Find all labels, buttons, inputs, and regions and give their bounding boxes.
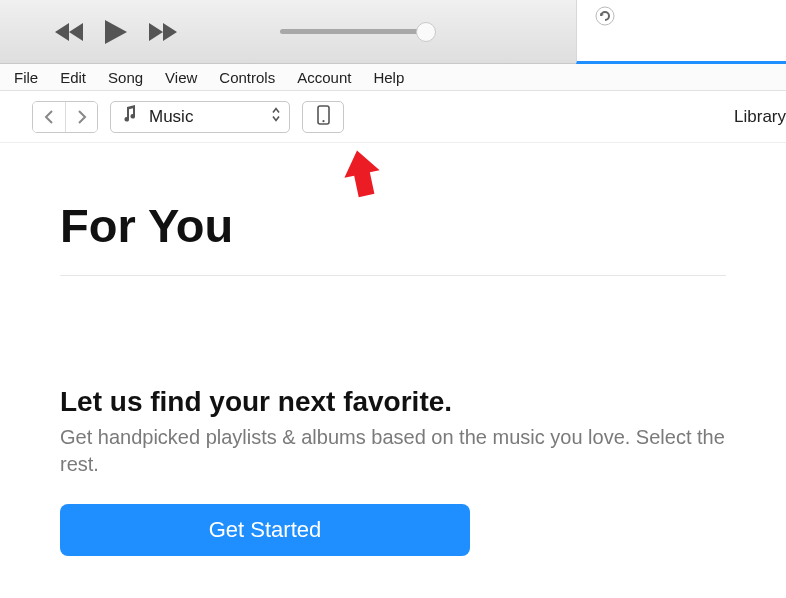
playback-controls bbox=[55, 18, 177, 46]
chevron-updown-icon bbox=[271, 106, 281, 127]
promo-body: Get handpicked playlists & albums based … bbox=[60, 424, 726, 478]
forward-button[interactable] bbox=[65, 102, 97, 132]
sync-icon[interactable] bbox=[595, 6, 615, 30]
back-button[interactable] bbox=[33, 102, 65, 132]
menu-help[interactable]: Help bbox=[373, 69, 404, 86]
svg-point-2 bbox=[322, 120, 324, 122]
promo-heading: Let us find your next favorite. bbox=[60, 386, 726, 418]
toolbar: Music Library bbox=[0, 91, 786, 143]
volume-slider[interactable] bbox=[280, 22, 440, 42]
music-note-icon bbox=[121, 105, 137, 128]
device-button[interactable] bbox=[302, 101, 344, 133]
menu-account[interactable]: Account bbox=[297, 69, 351, 86]
get-started-button[interactable]: Get Started bbox=[60, 504, 470, 556]
promo-block: Let us find your next favorite. Get hand… bbox=[60, 386, 726, 556]
slider-track bbox=[280, 29, 420, 34]
menu-file[interactable]: File bbox=[14, 69, 38, 86]
sync-panel bbox=[576, 0, 786, 64]
player-bar bbox=[0, 0, 786, 64]
media-selector[interactable]: Music bbox=[110, 101, 290, 133]
media-selector-label: Music bbox=[149, 107, 193, 127]
next-icon[interactable] bbox=[147, 21, 177, 43]
previous-icon[interactable] bbox=[55, 21, 85, 43]
menu-controls[interactable]: Controls bbox=[219, 69, 275, 86]
nav-buttons bbox=[32, 101, 98, 133]
page-title: For You bbox=[60, 198, 726, 276]
phone-icon bbox=[317, 105, 330, 129]
menu-view[interactable]: View bbox=[165, 69, 197, 86]
slider-thumb[interactable] bbox=[416, 22, 436, 42]
play-icon[interactable] bbox=[103, 18, 129, 46]
library-tab[interactable]: Library bbox=[734, 107, 786, 127]
menu-song[interactable]: Song bbox=[108, 69, 143, 86]
svg-point-0 bbox=[596, 7, 614, 25]
content: For You Let us find your next favorite. … bbox=[0, 143, 786, 556]
menu-bar: File Edit Song View Controls Account Hel… bbox=[0, 64, 786, 91]
menu-edit[interactable]: Edit bbox=[60, 69, 86, 86]
